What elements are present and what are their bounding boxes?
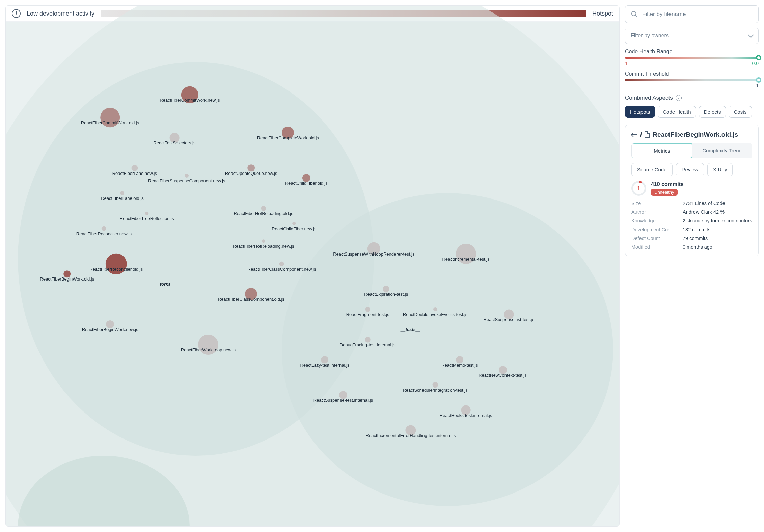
code-health-range: Code Health Range 1 10.0 [625,49,759,66]
filter-owners-select[interactable]: Filter by owners [625,28,759,44]
hotspot-visualization-panel: i Low development activity Hotspot forks… [5,5,620,527]
kv-author-k: Author [631,209,679,215]
back-arrow-icon[interactable] [631,132,637,137]
hotspot-bubble[interactable] [106,320,114,328]
code-health-slider[interactable] [625,57,759,59]
hotspot-bubble[interactable] [120,191,124,195]
app-root: i Low development activity Hotspot forks… [0,0,764,532]
kv-defect-k: Defect Count [631,236,679,241]
sidebar: Filter by owners Code Health Range 1 10.… [625,5,759,527]
commit-threshold-value-row: 1 [625,83,759,88]
hotspot-bubble[interactable] [198,335,218,355]
hotspot-bubble[interactable] [185,174,189,178]
hotspot-bubble[interactable] [365,337,371,342]
hotspot-bubble[interactable] [504,310,514,319]
kv-knowledge-k: Knowledge [631,218,679,223]
health-badge: Unhealthy [651,189,678,196]
svg-line-1 [635,15,637,17]
code-health-min: 1 [625,61,628,66]
health-score-value: 1 [637,185,640,192]
kv-knowledge-v: 2 % code by former contributors [683,218,752,223]
kv-modified-v: 0 months ago [683,244,752,250]
code-health-label: Code Health Range [625,49,759,55]
hotspot-bubble[interactable] [145,212,148,215]
hotspot-bubble[interactable] [339,391,347,399]
kv-devcost-v: 132 commits [683,227,752,232]
source-code-button[interactable]: Source Code [631,163,673,176]
file-name: ReactFiberBeginWork.old.js [653,131,738,138]
commit-threshold-value: 1 [756,83,759,88]
slider-thumb-icon[interactable] [756,77,761,83]
code-health-max: 10.0 [749,61,759,66]
hotspot-bubble[interactable] [170,133,180,142]
hotspot-bubble[interactable] [63,270,71,278]
filter-owners-placeholder: Filter by owners [631,33,669,39]
hotspot-bubble[interactable] [461,405,471,415]
code-health-minmax: 1 10.0 [625,61,759,66]
slider-thumb-icon[interactable] [756,55,761,60]
hotspot-bubble[interactable] [499,366,507,374]
hotspot-bubble[interactable] [245,288,257,300]
filter-filename-input-wrap[interactable] [625,5,759,23]
hotspot-bubble[interactable] [456,244,476,264]
metrics-table: Size 2731 Lines of Code Author Andrew Cl… [631,201,752,250]
hotspot-bubble[interactable] [293,222,296,225]
kv-devcost-k: Development Cost [631,227,679,232]
cluster-tests [282,193,613,506]
kv-defect-v: 79 commits [683,236,752,241]
commit-threshold-slider[interactable] [625,79,759,81]
hotspot-bubble[interactable] [321,356,329,364]
legend-low-label: Low development activity [27,10,94,17]
aspect-chip-row: HotspotsCode HealthDefectsCosts [625,106,759,118]
detail-actions: Source Code Review X-Ray [631,163,752,176]
bubble-chart-area[interactable]: forks __tests__ ReactFiberCommitWork.new… [6,22,619,526]
health-summary: 1 410 commits Unhealthy [631,181,752,196]
breadcrumb: / ReactFiberBeginWork.old.js [631,131,752,138]
hotspot-bubble[interactable] [432,382,438,388]
health-score-ring: 1 [631,181,646,196]
kv-size-k: Size [631,201,679,206]
kv-author-v: Andrew Clark 42 % [683,209,752,215]
file-icon [645,131,650,138]
commit-threshold-label: Commit Threshold [625,71,759,77]
aspect-chip[interactable]: Hotspots [625,106,655,118]
aspect-chip[interactable]: Code Health [658,106,696,118]
info-icon[interactable]: i [676,95,682,101]
tab-metrics[interactable]: Metrics [631,143,692,158]
review-button[interactable]: Review [676,163,704,176]
hotspot-bubble[interactable] [456,356,464,364]
chevron-down-icon [748,32,754,38]
svg-point-0 [632,11,636,16]
file-detail-card: / ReactFiberBeginWork.old.js Metrics Com… [625,125,759,256]
breadcrumb-sep: / [640,131,642,138]
hotspot-bubble[interactable] [100,108,120,127]
info-icon[interactable]: i [12,9,21,18]
aspect-chip[interactable]: Costs [729,106,752,118]
xray-button[interactable]: X-Ray [707,163,733,176]
kv-size-v: 2731 Lines of Code [683,201,752,206]
tab-complexity-trend[interactable]: Complexity Trend [692,143,752,158]
legend-high-label: Hotspot [592,10,613,17]
hotspot-bubble[interactable] [282,127,294,139]
hotspot-bubble[interactable] [262,240,265,243]
aspect-chip[interactable]: Defects [699,106,726,118]
hotspot-bubble[interactable] [247,164,255,172]
hotspot-bubble[interactable] [302,174,310,182]
commits-column: 410 commits Unhealthy [651,181,684,196]
combined-aspects-title: Combined Aspects i [625,95,759,101]
commits-count: 410 commits [651,181,684,187]
detail-tabs: Metrics Complexity Trend [631,143,752,158]
hotspot-bubble[interactable] [433,307,437,311]
commit-threshold-range: Commit Threshold 1 [625,71,759,88]
filter-filename-input[interactable] [642,11,753,18]
kv-modified-k: Modified [631,244,679,250]
search-icon [631,10,638,18]
